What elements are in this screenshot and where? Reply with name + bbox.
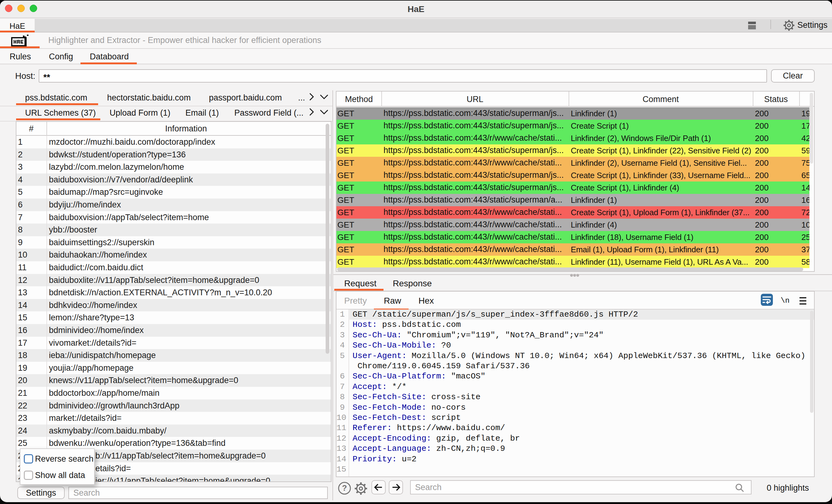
svg-text:?: ? bbox=[342, 483, 347, 493]
